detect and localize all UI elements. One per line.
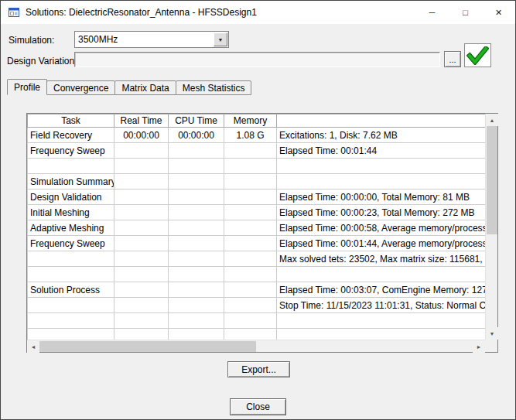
maximize-button[interactable]: □ <box>449 1 482 24</box>
column-header-info[interactable] <box>277 114 486 128</box>
table-cell <box>169 220 224 236</box>
table-row[interactable]: Design ValidationElapsed Time: 00:00:00,… <box>28 190 486 205</box>
titlebar[interactable]: Solutions: DielectricResonator_Antenna -… <box>1 1 515 24</box>
table-cell <box>169 282 224 298</box>
table-cell <box>28 251 114 267</box>
table-row[interactable]: Frequency SweepElapsed Time: 00:01:44, A… <box>28 236 486 251</box>
table-cell: Excitations: 1, Disk: 7.62 MB <box>277 128 486 143</box>
browse-button[interactable]: ... <box>444 51 461 67</box>
profile-table: Task Real Time CPU Time Memory Field Rec… <box>27 114 485 340</box>
table-cell <box>114 190 169 205</box>
table-cell <box>169 236 224 251</box>
table-cell <box>224 282 277 298</box>
app-icon <box>8 6 20 19</box>
scroll-left-icon[interactable]: ◄ <box>27 340 39 353</box>
table-row[interactable]: Adaptive MeshingElapsed Time: 00:00:58, … <box>28 220 486 236</box>
table-cell: 00:00:00 <box>114 128 169 143</box>
vertical-scrollbar[interactable]: ▲ ▼ <box>485 114 497 340</box>
table-cell <box>224 236 277 251</box>
table-cell: Elapsed Time: 00:01:44 <box>277 143 486 159</box>
table-row[interactable]: Solution ProcessElapsed Time: 00:03:07, … <box>28 282 486 298</box>
validation-check-icon <box>464 43 491 67</box>
horizontal-scrollbar-thumb[interactable] <box>39 341 256 352</box>
table-cell <box>169 251 224 267</box>
table-cell: Frequency Sweep <box>28 236 114 251</box>
table-cell <box>28 313 114 329</box>
table-row[interactable]: Max solved tets: 23502, Max matrix size:… <box>28 251 486 267</box>
table-cell <box>114 159 169 174</box>
profile-table-body: Field Recovery00:00:0000:00:001.08 GExci… <box>28 128 486 340</box>
scroll-down-icon[interactable]: ▼ <box>486 327 498 340</box>
table-cell <box>114 313 169 329</box>
table-cell <box>28 298 114 313</box>
table-header-row: Task Real Time CPU Time Memory <box>28 114 486 128</box>
table-cell: Solution Process <box>28 282 114 298</box>
table-cell <box>114 282 169 298</box>
table-cell <box>114 267 169 282</box>
table-row[interactable]: Simulation Summary <box>28 174 486 190</box>
scroll-right-icon[interactable]: ► <box>473 340 485 353</box>
table-cell: Elapsed Time: 00:01:44, Average memory/p… <box>277 236 486 251</box>
close-button[interactable]: Close <box>230 398 286 415</box>
window-title: Solutions: DielectricResonator_Antenna -… <box>26 7 415 18</box>
table-cell <box>114 174 169 190</box>
table-row[interactable]: Field Recovery00:00:0000:00:001.08 GExci… <box>28 128 486 143</box>
column-header-cpu-time[interactable]: CPU Time <box>169 114 224 128</box>
table-cell <box>277 159 486 174</box>
table-cell <box>224 298 277 313</box>
table-cell <box>169 205 224 220</box>
simulation-label: Simulation: <box>9 35 54 46</box>
column-header-real-time[interactable]: Real Time <box>114 114 169 128</box>
chevron-down-icon[interactable]: ▼ <box>214 32 227 46</box>
table-row[interactable] <box>28 267 486 282</box>
table-cell <box>169 190 224 205</box>
tab-matrix-data[interactable]: Matrix Data <box>114 80 176 95</box>
table-cell: Design Validation <box>28 190 114 205</box>
horizontal-scrollbar[interactable]: ◄ ► <box>27 340 485 352</box>
table-cell <box>224 143 277 159</box>
table-cell <box>224 329 277 340</box>
table-row[interactable] <box>28 159 486 174</box>
design-variation-label: Design Variation: <box>7 56 77 67</box>
table-cell <box>224 251 277 267</box>
scroll-up-icon[interactable]: ▲ <box>486 114 498 126</box>
scrollbar-corner <box>485 340 497 352</box>
table-row[interactable] <box>28 329 486 340</box>
column-header-task[interactable]: Task <box>28 114 114 128</box>
table-cell <box>28 267 114 282</box>
table-cell: Elapsed Time: 00:00:00, Total Memory: 81… <box>277 190 486 205</box>
export-button[interactable]: Export... <box>227 361 290 377</box>
window-controls: ─ □ ✕ <box>415 1 515 24</box>
close-window-button[interactable]: ✕ <box>482 1 515 24</box>
table-cell <box>224 267 277 282</box>
table-cell <box>169 174 224 190</box>
table-cell: Elapsed Time: 00:03:07, ComEngine Memory… <box>277 282 486 298</box>
table-row[interactable]: Initial MeshingElapsed Time: 00:00:23, T… <box>28 205 486 220</box>
table-cell <box>224 174 277 190</box>
table-cell <box>114 298 169 313</box>
table-cell <box>28 159 114 174</box>
tab-convergence[interactable]: Convergence <box>46 80 115 95</box>
vertical-scrollbar-thumb[interactable] <box>487 126 497 234</box>
tab-mesh-statistics[interactable]: Mesh Statistics <box>176 80 252 95</box>
tab-profile[interactable]: Profile <box>7 79 47 95</box>
table-cell: 00:00:00 <box>169 128 224 143</box>
minimize-button[interactable]: ─ <box>415 1 449 24</box>
table-cell <box>277 267 486 282</box>
column-header-memory[interactable]: Memory <box>224 114 277 128</box>
table-row[interactable]: Frequency SweepElapsed Time: 00:01:44 <box>28 143 486 159</box>
table-cell: Adaptive Meshing <box>28 220 114 236</box>
grid-viewport: Task Real Time CPU Time Memory Field Rec… <box>27 114 485 340</box>
design-variation-field[interactable] <box>74 52 440 67</box>
table-cell <box>114 220 169 236</box>
table-cell: Elapsed Time: 00:00:58, Average memory/p… <box>277 220 486 236</box>
tab-bar: Profile Convergence Matrix Data Mesh Sta… <box>7 79 251 95</box>
table-cell: Elapsed Time: 00:00:23, Total Memory: 27… <box>277 205 486 220</box>
table-row[interactable]: Stop Time: 11/15/2023 11:01:31, Status: … <box>28 298 486 313</box>
simulation-dropdown[interactable]: 3500MHz ▼ <box>74 31 229 48</box>
table-cell <box>169 267 224 282</box>
table-cell <box>277 329 486 340</box>
table-cell <box>114 205 169 220</box>
table-cell <box>169 143 224 159</box>
table-row[interactable] <box>28 313 486 329</box>
